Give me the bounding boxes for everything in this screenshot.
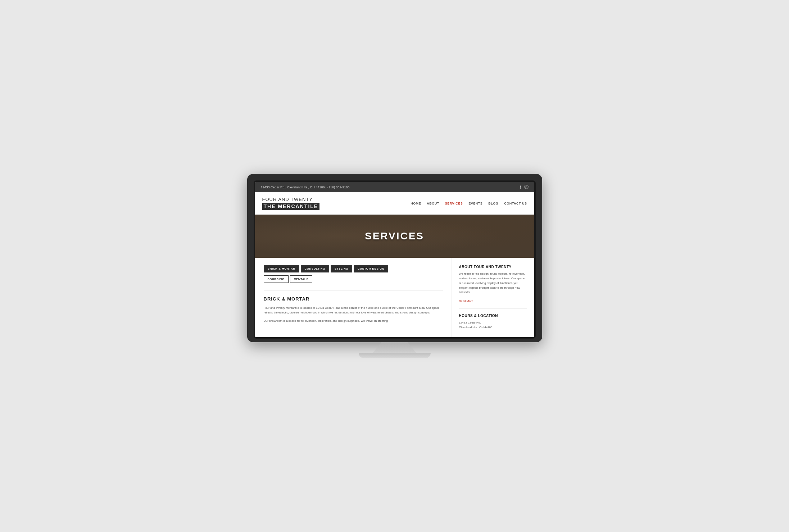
section-paragraph2: Our showroom is a space for re-invention… <box>264 319 443 324</box>
sidebar-hours-title: HOURS & LOCATION <box>459 314 527 318</box>
nav-services[interactable]: SERVICES <box>445 202 463 205</box>
sidebar-divider <box>459 308 527 309</box>
nav-about[interactable]: ABOUT <box>427 202 439 205</box>
section-title: BRICK & MORTAR <box>264 296 443 302</box>
read-more-link[interactable]: Read More <box>459 299 473 303</box>
instagram-icon[interactable]: Ⓢ <box>524 184 529 190</box>
nav-events[interactable]: EVENTS <box>468 202 482 205</box>
hero-title: SERVICES <box>365 230 424 242</box>
screen: 12433 Cedar Rd., Cleveland Hts., OH 4410… <box>255 182 534 337</box>
monitor-body: 12433 Cedar Rd., Cleveland Hts., OH 4410… <box>247 174 542 342</box>
facebook-icon[interactable]: f <box>520 185 521 190</box>
hero-section: SERVICES <box>255 215 534 258</box>
section-paragraph1: Four and Twenty Mercantile is located at… <box>264 306 443 315</box>
tab-sourcing[interactable]: SOURCING <box>264 275 289 283</box>
section-divider <box>264 290 443 290</box>
logo-line1: FOUR AND TWENTY <box>262 197 320 203</box>
screen-bezel: 12433 Cedar Rd., Cleveland Hts., OH 4410… <box>254 180 536 339</box>
address-line1: 12433 Cedar Rd. <box>459 321 527 325</box>
monitor-stand-neck <box>373 342 416 353</box>
site-header: FOUR AND TWENTY THE MERCANTILE HOME ABOU… <box>255 192 534 215</box>
site-logo: FOUR AND TWENTY THE MERCANTILE <box>262 197 320 210</box>
sidebar-about-text: We relish in fine design, found objects,… <box>459 272 527 295</box>
address-line2: Cleveland Hts., OH 44106 <box>459 325 527 330</box>
tab-styling[interactable]: STYLING <box>331 265 352 272</box>
monitor-stand-base <box>359 353 431 358</box>
nav-contact[interactable]: CONTACT US <box>504 202 527 205</box>
tab-brick-mortar[interactable]: BRICK & MORTAR <box>264 265 299 272</box>
nav-home[interactable]: HOME <box>411 202 421 205</box>
content-left: BRICK & MORTAR CONSULTING STYLING CUSTOM… <box>255 258 452 337</box>
top-bar-address: 12433 Cedar Rd., Cleveland Hts., OH 4410… <box>261 185 350 189</box>
content-right: ABOUT FOUR AND TWENTY We relish in fine … <box>452 258 534 337</box>
sidebar-about-title: ABOUT FOUR AND TWENTY <box>459 265 527 269</box>
site-nav: HOME ABOUT SERVICES EVENTS BLOG CONTACT … <box>411 202 527 205</box>
logo-line2: THE MERCANTILE <box>262 203 320 210</box>
sidebar-address: 12433 Cedar Rd. Cleveland Hts., OH 44106 <box>459 321 527 330</box>
tab-consulting[interactable]: CONSULTING <box>301 265 329 272</box>
service-tabs-row2: SOURCING RENTALS <box>264 275 443 283</box>
monitor-wrapper: 12433 Cedar Rd., Cleveland Hts., OH 4410… <box>247 174 542 358</box>
service-tabs: BRICK & MORTAR CONSULTING STYLING CUSTOM… <box>264 265 443 272</box>
nav-blog[interactable]: BLOG <box>488 202 498 205</box>
tab-rentals[interactable]: RENTALS <box>290 275 313 283</box>
main-content: BRICK & MORTAR CONSULTING STYLING CUSTOM… <box>255 258 534 337</box>
top-bar: 12433 Cedar Rd., Cleveland Hts., OH 4410… <box>255 182 534 192</box>
tab-custom-design[interactable]: CUSTOM DESIGN <box>354 265 388 272</box>
top-bar-icons: f Ⓢ <box>520 184 528 190</box>
